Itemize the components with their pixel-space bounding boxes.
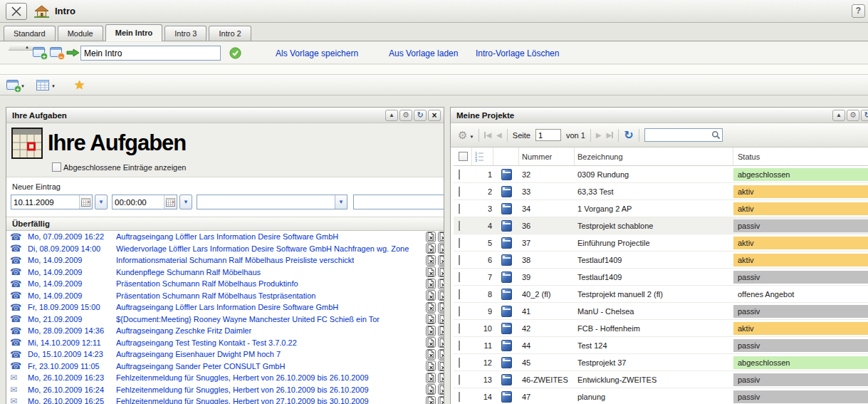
row-checkbox[interactable] bbox=[459, 392, 460, 402]
complete-entry-button[interactable] bbox=[438, 384, 444, 395]
complete-entry-button[interactable] bbox=[426, 326, 436, 336]
last-page-button[interactable]: ▶ bbox=[607, 131, 614, 139]
complete-entry-button[interactable] bbox=[426, 290, 436, 301]
task-text-link[interactable]: Fehlzeitenmeldung für Snuggles, Herbert … bbox=[116, 373, 369, 382]
complete-entry-button[interactable] bbox=[426, 266, 436, 277]
row-checkbox[interactable] bbox=[459, 289, 460, 299]
row-checkbox[interactable] bbox=[459, 272, 460, 282]
task-text-link[interactable]: Fehlzeitenmeldung für Snuggles, Herbert … bbox=[116, 385, 369, 394]
tab-mein-intro[interactable]: Mein Intro bbox=[105, 24, 163, 41]
table-row[interactable]: 638Testlauf1409aktiv bbox=[454, 252, 868, 269]
table-row[interactable]: 1042FCB - Hoffenheimaktiv bbox=[454, 320, 868, 337]
search-field[interactable] bbox=[644, 128, 723, 142]
complete-entry-button[interactable] bbox=[426, 243, 436, 254]
complete-entry-button[interactable] bbox=[438, 302, 444, 313]
column-header-nummer[interactable]: Nummer bbox=[519, 147, 575, 165]
grid-settings-button[interactable]: ⚙ ▼ bbox=[458, 130, 474, 140]
prev-page-button[interactable]: ◀ bbox=[496, 131, 502, 139]
complete-entry-button[interactable] bbox=[438, 243, 444, 254]
panel-settings-button[interactable]: ⚙ bbox=[399, 110, 412, 121]
collapse-panel-button[interactable]: ▲ bbox=[832, 110, 845, 121]
row-checkbox[interactable] bbox=[459, 187, 460, 197]
row-checkbox[interactable] bbox=[459, 170, 460, 180]
task-date-link[interactable]: Mo, 14.09.2009 bbox=[28, 291, 116, 300]
complete-entry-button[interactable] bbox=[426, 337, 436, 348]
complete-entry-button[interactable] bbox=[426, 396, 436, 404]
calendar-picker-icon[interactable] bbox=[79, 195, 92, 209]
task-date-link[interactable]: Mi, 14.10.2009 12:11 bbox=[28, 338, 116, 347]
complete-entry-button[interactable] bbox=[438, 290, 444, 301]
add-portlet-button[interactable]: + ▼ bbox=[6, 80, 25, 90]
task-text-link[interactable]: Fehlzeitenmeldung für Snuggles, Herbert … bbox=[116, 397, 369, 404]
entry-type-combobox[interactable]: ▼ bbox=[197, 195, 347, 209]
layout-grid-button[interactable]: ▼ bbox=[36, 80, 56, 90]
panel-refresh-button[interactable]: ↻ bbox=[861, 110, 868, 121]
tab-intro-2[interactable]: Intro 2 bbox=[209, 26, 251, 41]
complete-entry-button[interactable] bbox=[426, 255, 436, 266]
select-all-checkbox[interactable] bbox=[459, 152, 468, 161]
search-input[interactable] bbox=[645, 131, 711, 140]
search-icon[interactable] bbox=[711, 130, 721, 140]
complete-entry-button[interactable] bbox=[438, 396, 444, 404]
table-row[interactable]: 1346-ZWEITESEntwicklung-ZWEITESpassiv bbox=[454, 371, 868, 388]
complete-entry-button[interactable] bbox=[426, 314, 436, 324]
complete-entry-button[interactable] bbox=[426, 361, 436, 371]
project-icon[interactable] bbox=[501, 271, 512, 283]
row-checkbox[interactable] bbox=[459, 375, 460, 385]
sort-order-icon[interactable]: 123 bbox=[472, 147, 493, 165]
date-field[interactable] bbox=[11, 195, 93, 209]
complete-entry-button[interactable] bbox=[426, 349, 436, 360]
task-text-link[interactable]: Auftragseingang Löffler Lars Information… bbox=[116, 303, 338, 311]
task-date-link[interactable]: Mo, 14.09.2009 bbox=[28, 279, 116, 288]
task-date-link[interactable]: Mo, 07.09.2009 16:22 bbox=[28, 232, 116, 241]
table-row[interactable]: 1320309 Rundungabgeschlossen bbox=[454, 166, 868, 183]
project-icon[interactable] bbox=[501, 254, 512, 266]
complete-entry-button[interactable] bbox=[426, 302, 436, 313]
task-text-link[interactable]: ${Document:Meeting} Rooney Wayne Manches… bbox=[116, 315, 380, 323]
project-icon[interactable] bbox=[501, 186, 512, 197]
complete-entry-button[interactable] bbox=[426, 232, 436, 242]
row-checkbox[interactable] bbox=[459, 358, 460, 368]
table-row[interactable]: 739Testlauf1409passiv bbox=[454, 269, 868, 286]
date-dropdown-button[interactable]: ▼ bbox=[95, 195, 108, 209]
task-date-link[interactable]: Mo, 26.10.2009 16:24 bbox=[28, 385, 116, 394]
entry-type-input[interactable] bbox=[197, 198, 335, 207]
next-page-button[interactable]: ▶ bbox=[596, 131, 602, 139]
date-input[interactable] bbox=[11, 198, 79, 207]
combo-dropdown-icon[interactable]: ▼ bbox=[335, 195, 347, 209]
remove-intro-portlet-icon[interactable]: − bbox=[50, 47, 62, 57]
page-number-input[interactable] bbox=[535, 129, 561, 141]
table-row[interactable]: 941ManU - Chelseapassiv bbox=[454, 303, 868, 320]
column-header-bezeichnung[interactable]: Bezeichnung bbox=[575, 147, 733, 165]
project-icon[interactable] bbox=[501, 220, 512, 232]
task-text-link[interactable]: Präsentation Schumann Ralf Möbelhaus Tes… bbox=[116, 291, 315, 300]
entry-text-field[interactable] bbox=[353, 195, 444, 209]
project-icon[interactable] bbox=[501, 289, 512, 300]
complete-entry-button[interactable] bbox=[426, 279, 436, 289]
task-date-link[interactable]: Mo, 14.09.2009 bbox=[28, 256, 116, 264]
task-date-link[interactable]: Fr, 23.10.2009 11:05 bbox=[28, 362, 116, 371]
table-row[interactable]: 1447planungpassiv bbox=[454, 388, 868, 404]
time-field[interactable] bbox=[112, 195, 177, 209]
row-checkbox[interactable] bbox=[459, 341, 460, 351]
close-icon[interactable] bbox=[6, 3, 27, 20]
complete-entry-button[interactable] bbox=[426, 373, 436, 383]
row-checkbox[interactable] bbox=[459, 255, 460, 265]
complete-entry-button[interactable] bbox=[438, 255, 444, 266]
table-row[interactable]: 1144Test 124passiv bbox=[454, 337, 868, 354]
complete-entry-button[interactable] bbox=[438, 373, 444, 383]
help-button[interactable]: ? bbox=[852, 4, 865, 18]
project-icon[interactable] bbox=[501, 203, 512, 214]
complete-entry-button[interactable] bbox=[438, 232, 444, 242]
project-icon[interactable] bbox=[501, 357, 512, 368]
add-intro-portlet-icon[interactable]: + bbox=[33, 47, 45, 57]
project-icon[interactable] bbox=[501, 169, 512, 180]
task-date-link[interactable]: Mo, 26.10.2009 16:23 bbox=[28, 373, 116, 382]
row-checkbox[interactable] bbox=[459, 323, 460, 333]
table-row[interactable]: 840_2 (fl)Testprojekt manuell 2 (fl)offe… bbox=[454, 286, 868, 303]
task-text-link[interactable]: Auftragseingang Test Testing Kontakt - T… bbox=[116, 338, 297, 347]
intro-name-input[interactable] bbox=[80, 46, 221, 61]
task-text-link[interactable]: Präsentation Schumann Ralf Möbelhaus Pro… bbox=[116, 279, 298, 288]
confirm-check-icon[interactable] bbox=[229, 47, 241, 61]
task-date-link[interactable]: Do, 15.10.2009 14:23 bbox=[28, 350, 116, 358]
